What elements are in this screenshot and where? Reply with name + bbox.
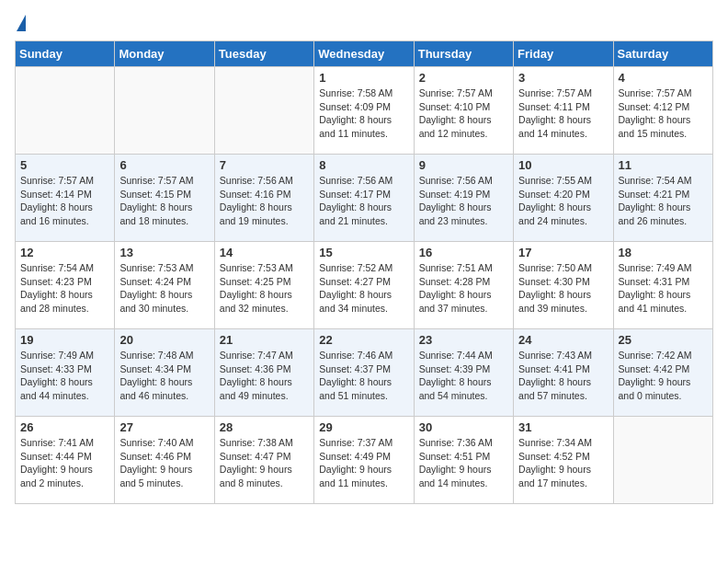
calendar-cell: 6Sunrise: 7:57 AM Sunset: 4:15 PM Daylig… xyxy=(115,155,214,242)
day-number: 12 xyxy=(20,246,109,259)
column-header-friday: Friday xyxy=(514,41,613,67)
calendar-cell: 22Sunrise: 7:46 AM Sunset: 4:37 PM Dayli… xyxy=(314,329,414,417)
page-header xyxy=(15,15,713,33)
day-info: Sunrise: 7:56 AM Sunset: 4:19 PM Dayligh… xyxy=(419,174,508,228)
calendar-cell: 10Sunrise: 7:55 AM Sunset: 4:20 PM Dayli… xyxy=(514,155,613,242)
logo xyxy=(15,15,26,33)
calendar-week-row: 19Sunrise: 7:49 AM Sunset: 4:33 PM Dayli… xyxy=(16,329,713,417)
calendar-cell: 25Sunrise: 7:42 AM Sunset: 4:42 PM Dayli… xyxy=(613,329,712,417)
day-info: Sunrise: 7:56 AM Sunset: 4:17 PM Dayligh… xyxy=(319,174,408,228)
day-info: Sunrise: 7:54 AM Sunset: 4:23 PM Dayligh… xyxy=(20,261,109,316)
day-info: Sunrise: 7:37 AM Sunset: 4:49 PM Dayligh… xyxy=(319,436,408,490)
day-number: 17 xyxy=(518,246,608,259)
day-info: Sunrise: 7:34 AM Sunset: 4:52 PM Dayligh… xyxy=(518,436,608,490)
day-info: Sunrise: 7:57 AM Sunset: 4:15 PM Dayligh… xyxy=(119,174,209,228)
calendar-cell: 18Sunrise: 7:49 AM Sunset: 4:31 PM Dayli… xyxy=(613,242,712,329)
day-number: 8 xyxy=(319,158,408,172)
day-number: 2 xyxy=(419,71,508,85)
calendar-cell: 5Sunrise: 7:57 AM Sunset: 4:14 PM Daylig… xyxy=(16,155,115,242)
calendar-cell: 13Sunrise: 7:53 AM Sunset: 4:24 PM Dayli… xyxy=(115,242,214,329)
day-number: 30 xyxy=(419,420,508,434)
day-info: Sunrise: 7:46 AM Sunset: 4:37 PM Dayligh… xyxy=(319,349,408,403)
day-number: 6 xyxy=(119,158,209,172)
day-info: Sunrise: 7:44 AM Sunset: 4:39 PM Dayligh… xyxy=(419,349,508,403)
calendar-cell: 8Sunrise: 7:56 AM Sunset: 4:17 PM Daylig… xyxy=(314,155,414,242)
day-info: Sunrise: 7:51 AM Sunset: 4:28 PM Dayligh… xyxy=(419,261,508,316)
day-info: Sunrise: 7:53 AM Sunset: 4:25 PM Dayligh… xyxy=(220,261,309,316)
day-info: Sunrise: 7:57 AM Sunset: 4:12 PM Dayligh… xyxy=(619,86,708,141)
calendar-cell: 11Sunrise: 7:54 AM Sunset: 4:21 PM Dayli… xyxy=(613,155,712,242)
calendar-cell: 3Sunrise: 7:57 AM Sunset: 4:11 PM Daylig… xyxy=(514,67,613,155)
calendar-cell xyxy=(214,67,313,155)
day-number: 10 xyxy=(518,158,608,172)
column-header-sunday: Sunday xyxy=(16,41,115,67)
day-number: 31 xyxy=(518,420,608,434)
calendar-week-row: 1Sunrise: 7:58 AM Sunset: 4:09 PM Daylig… xyxy=(16,67,713,155)
logo-triangle-icon xyxy=(17,15,26,31)
day-info: Sunrise: 7:41 AM Sunset: 4:44 PM Dayligh… xyxy=(20,436,109,490)
calendar-cell: 28Sunrise: 7:38 AM Sunset: 4:47 PM Dayli… xyxy=(214,417,313,504)
day-number: 11 xyxy=(619,158,708,172)
calendar-cell: 20Sunrise: 7:48 AM Sunset: 4:34 PM Dayli… xyxy=(115,329,214,417)
day-number: 28 xyxy=(220,420,309,434)
calendar-cell: 7Sunrise: 7:56 AM Sunset: 4:16 PM Daylig… xyxy=(214,155,313,242)
calendar-table: SundayMondayTuesdayWednesdayThursdayFrid… xyxy=(15,40,713,504)
day-info: Sunrise: 7:52 AM Sunset: 4:27 PM Dayligh… xyxy=(319,261,408,316)
calendar-week-row: 5Sunrise: 7:57 AM Sunset: 4:14 PM Daylig… xyxy=(16,155,713,242)
calendar-cell: 21Sunrise: 7:47 AM Sunset: 4:36 PM Dayli… xyxy=(214,329,313,417)
column-header-thursday: Thursday xyxy=(414,41,513,67)
day-number: 29 xyxy=(319,420,408,434)
calendar-cell xyxy=(115,67,214,155)
day-number: 16 xyxy=(419,246,508,259)
day-info: Sunrise: 7:57 AM Sunset: 4:14 PM Dayligh… xyxy=(20,174,109,228)
day-number: 5 xyxy=(20,158,109,172)
day-number: 26 xyxy=(20,420,109,434)
calendar-cell: 9Sunrise: 7:56 AM Sunset: 4:19 PM Daylig… xyxy=(414,155,513,242)
day-number: 22 xyxy=(319,333,408,347)
calendar-week-row: 26Sunrise: 7:41 AM Sunset: 4:44 PM Dayli… xyxy=(16,417,713,504)
day-info: Sunrise: 7:57 AM Sunset: 4:11 PM Dayligh… xyxy=(518,86,608,141)
column-header-tuesday: Tuesday xyxy=(214,41,313,67)
calendar-cell: 30Sunrise: 7:36 AM Sunset: 4:51 PM Dayli… xyxy=(414,417,513,504)
calendar-cell: 14Sunrise: 7:53 AM Sunset: 4:25 PM Dayli… xyxy=(214,242,313,329)
day-number: 19 xyxy=(20,333,109,347)
calendar-cell: 2Sunrise: 7:57 AM Sunset: 4:10 PM Daylig… xyxy=(414,67,513,155)
day-info: Sunrise: 7:50 AM Sunset: 4:30 PM Dayligh… xyxy=(518,261,608,316)
day-number: 18 xyxy=(619,246,708,259)
day-number: 21 xyxy=(220,333,309,347)
day-number: 9 xyxy=(419,158,508,172)
day-info: Sunrise: 7:43 AM Sunset: 4:41 PM Dayligh… xyxy=(518,349,608,403)
day-number: 25 xyxy=(619,333,708,347)
column-header-monday: Monday xyxy=(115,41,214,67)
calendar-cell: 26Sunrise: 7:41 AM Sunset: 4:44 PM Dayli… xyxy=(16,417,115,504)
day-number: 14 xyxy=(220,246,309,259)
day-number: 24 xyxy=(518,333,608,347)
calendar-cell: 15Sunrise: 7:52 AM Sunset: 4:27 PM Dayli… xyxy=(314,242,414,329)
day-number: 23 xyxy=(419,333,508,347)
day-info: Sunrise: 7:49 AM Sunset: 4:33 PM Dayligh… xyxy=(20,349,109,403)
day-info: Sunrise: 7:40 AM Sunset: 4:46 PM Dayligh… xyxy=(119,436,209,490)
column-header-saturday: Saturday xyxy=(613,41,712,67)
day-info: Sunrise: 7:48 AM Sunset: 4:34 PM Dayligh… xyxy=(119,349,209,403)
calendar-cell: 16Sunrise: 7:51 AM Sunset: 4:28 PM Dayli… xyxy=(414,242,513,329)
day-info: Sunrise: 7:54 AM Sunset: 4:21 PM Dayligh… xyxy=(619,174,708,228)
day-info: Sunrise: 7:38 AM Sunset: 4:47 PM Dayligh… xyxy=(220,436,309,490)
day-info: Sunrise: 7:53 AM Sunset: 4:24 PM Dayligh… xyxy=(119,261,209,316)
day-number: 4 xyxy=(619,71,708,85)
calendar-cell: 12Sunrise: 7:54 AM Sunset: 4:23 PM Dayli… xyxy=(16,242,115,329)
calendar-cell: 19Sunrise: 7:49 AM Sunset: 4:33 PM Dayli… xyxy=(16,329,115,417)
calendar-cell: 24Sunrise: 7:43 AM Sunset: 4:41 PM Dayli… xyxy=(514,329,613,417)
day-info: Sunrise: 7:49 AM Sunset: 4:31 PM Dayligh… xyxy=(619,261,708,316)
day-number: 3 xyxy=(518,71,608,85)
calendar-week-row: 12Sunrise: 7:54 AM Sunset: 4:23 PM Dayli… xyxy=(16,242,713,329)
day-number: 20 xyxy=(119,333,209,347)
day-info: Sunrise: 7:36 AM Sunset: 4:51 PM Dayligh… xyxy=(419,436,508,490)
day-number: 13 xyxy=(119,246,209,259)
column-header-wednesday: Wednesday xyxy=(314,41,414,67)
day-number: 27 xyxy=(119,420,209,434)
day-info: Sunrise: 7:55 AM Sunset: 4:20 PM Dayligh… xyxy=(518,174,608,228)
calendar-cell: 27Sunrise: 7:40 AM Sunset: 4:46 PM Dayli… xyxy=(115,417,214,504)
calendar-cell: 31Sunrise: 7:34 AM Sunset: 4:52 PM Dayli… xyxy=(514,417,613,504)
day-number: 7 xyxy=(220,158,309,172)
calendar-cell: 17Sunrise: 7:50 AM Sunset: 4:30 PM Dayli… xyxy=(514,242,613,329)
